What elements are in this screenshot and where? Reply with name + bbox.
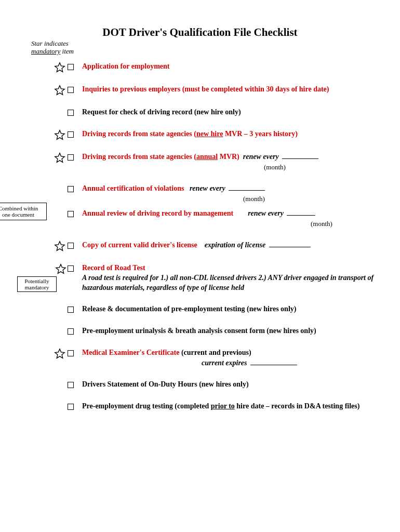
svg-marker-6	[55, 349, 64, 358]
item-label: Copy of current valid driver's license e…	[82, 241, 379, 250]
item-label: Drivers Statement of On-Duty Hours (new …	[82, 380, 249, 388]
document-title: DOT Driver's Qualification File Checklis…	[21, 26, 379, 39]
checkbox[interactable]	[68, 186, 74, 192]
svg-marker-0	[55, 63, 64, 72]
item-label: Medical Examiner's Certificate (current …	[82, 348, 379, 368]
blank-field[interactable]	[250, 365, 297, 365]
star-icon	[55, 263, 66, 275]
blank-field[interactable]	[287, 215, 315, 216]
checkbox[interactable]	[68, 87, 74, 93]
legend-note: Star indicates mandatory item	[31, 40, 379, 56]
star-icon	[54, 152, 65, 164]
item-driving-new: Driving records from state agencies (new…	[21, 129, 379, 141]
item-drug-test: Pre-employment drug testing (completed p…	[21, 402, 379, 412]
svg-marker-2	[55, 130, 64, 139]
item-onduty: Drivers Statement of On-Duty Hours (new …	[21, 380, 379, 390]
star-icon	[54, 129, 65, 141]
blank-field[interactable]	[229, 190, 265, 191]
item-label: Driving records from state agencies (ann…	[82, 152, 379, 172]
checkbox[interactable]	[68, 350, 74, 356]
item-label: Inquiries to previous employers (must be…	[82, 85, 329, 93]
item-label: Release & documentation of pre-employmen…	[82, 305, 296, 313]
svg-marker-4	[55, 242, 64, 250]
checklist: Application for employment Inquiries to …	[21, 62, 379, 412]
blank-field[interactable]	[269, 247, 311, 247]
item-release: Release & documentation of pre-employmen…	[21, 304, 379, 315]
item-label: Request for check of driving record (new…	[82, 108, 241, 116]
checkbox[interactable]	[68, 404, 74, 410]
svg-marker-5	[56, 264, 65, 273]
star-icon	[54, 62, 65, 73]
item-annual-cert: Annual certification of violations renew…	[21, 184, 379, 204]
item-road-test: Record of Road Test A road test is requi…	[21, 263, 379, 293]
item-label: Annual review of driving record by manag…	[82, 209, 379, 229]
checkbox[interactable]	[68, 211, 74, 217]
star-icon	[54, 85, 65, 96]
checkbox[interactable]	[68, 307, 74, 313]
star-icon	[54, 241, 65, 252]
item-label: Pre-employment drug testing (completed p…	[82, 402, 379, 411]
checkbox[interactable]	[68, 243, 74, 249]
item-annual-review: Annual review of driving record by manag…	[21, 209, 379, 229]
item-label: Pre-employment urinalysis & breath analy…	[82, 327, 316, 335]
checkbox[interactable]	[68, 154, 74, 161]
item-urinalysis: Pre-employment urinalysis & breath analy…	[21, 326, 379, 337]
svg-marker-3	[55, 153, 64, 162]
checkbox[interactable]	[68, 265, 74, 272]
item-label: Driving records from state agencies (new…	[82, 129, 379, 139]
svg-marker-1	[55, 86, 64, 95]
star-icon	[54, 348, 65, 360]
item-driving-annual: Driving records from state agencies (ann…	[21, 152, 379, 172]
item-label: Annual certification of violations renew…	[82, 184, 379, 204]
item-request: Request for check of driving record (new…	[21, 108, 379, 118]
item-copy-license: Copy of current valid driver's license e…	[21, 241, 379, 252]
item-medical: Medical Examiner's Certificate (current …	[21, 348, 379, 368]
blank-field[interactable]	[282, 158, 318, 159]
item-label: Application for employment	[82, 62, 170, 70]
item-application: Application for employment	[21, 62, 379, 73]
item-inquiries: Inquiries to previous employers (must be…	[21, 85, 379, 96]
checkbox[interactable]	[68, 110, 74, 116]
checkbox[interactable]	[68, 131, 74, 138]
item-label: Record of Road Test A road test is requi…	[82, 263, 379, 293]
checkbox[interactable]	[68, 382, 74, 388]
checkbox[interactable]	[68, 328, 74, 335]
checkbox[interactable]	[68, 64, 74, 70]
